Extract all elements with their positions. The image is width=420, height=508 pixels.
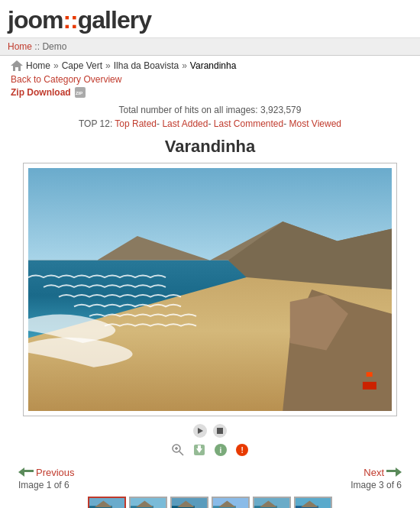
logo: joom::gallery bbox=[8, 6, 412, 34]
prev-arrow-icon bbox=[18, 469, 34, 477]
back-to-category-link[interactable]: Back to Category Overview bbox=[11, 74, 409, 85]
prev-block: Previous Image 1 of 6 bbox=[18, 467, 75, 490]
play-button[interactable] bbox=[193, 424, 207, 438]
next-label: Next bbox=[363, 467, 384, 478]
prev-sub-label: Image 1 of 6 bbox=[18, 480, 75, 490]
most-viewed-link[interactable]: Most Viewed bbox=[289, 118, 341, 129]
nav-row: Previous Image 1 of 6 Next Image 3 of 6 bbox=[11, 467, 409, 490]
breadcrumb: Home » Cape Vert » Ilha da Boavista » Va… bbox=[11, 60, 409, 71]
home-icon bbox=[11, 60, 23, 71]
next-block: Next Image 3 of 6 bbox=[351, 467, 402, 490]
top-links-prefix: TOP 12: bbox=[79, 118, 112, 129]
logo-gallery: gallery bbox=[78, 6, 151, 34]
sep1: » bbox=[53, 60, 59, 71]
nav-demo: Demo bbox=[42, 41, 66, 52]
page-header: joom::gallery bbox=[0, 0, 420, 38]
content-area: Home » Cape Vert » Ilha da Boavista » Va… bbox=[0, 56, 420, 508]
stats-label: Total number of hits on all images: 3,92… bbox=[11, 105, 409, 115]
thumbnail-2[interactable] bbox=[129, 497, 167, 508]
playback-controls bbox=[192, 424, 228, 438]
next-arrow-icon bbox=[386, 469, 402, 477]
breadcrumb-current: Varandinha bbox=[190, 60, 237, 71]
zoom-icon[interactable] bbox=[170, 442, 186, 458]
thumbnail-strip bbox=[11, 497, 409, 508]
thumbnail-3[interactable] bbox=[170, 497, 208, 508]
last-commented-link[interactable]: Last Commented bbox=[214, 118, 283, 129]
thumbnail-4[interactable] bbox=[212, 497, 250, 508]
nav-home[interactable]: Home bbox=[8, 41, 32, 52]
svg-line-4 bbox=[179, 451, 183, 455]
thumbnail-5[interactable] bbox=[253, 497, 291, 508]
breadcrumb-cape-vert[interactable]: Cape Vert bbox=[62, 60, 102, 71]
breadcrumb-home[interactable]: Home bbox=[26, 60, 50, 71]
navbar: Home :: Demo bbox=[0, 38, 420, 56]
sep2: » bbox=[105, 60, 111, 71]
thumbnail-6[interactable] bbox=[294, 497, 332, 508]
info-icon[interactable]: i bbox=[213, 442, 228, 458]
gallery-title: Varandinha bbox=[11, 137, 409, 157]
next-link[interactable]: Next bbox=[351, 467, 402, 478]
svg-text:ZIP: ZIP bbox=[76, 91, 82, 95]
prev-label: Previous bbox=[36, 467, 75, 478]
svg-marker-0 bbox=[11, 60, 23, 71]
top-links-section: TOP 12: Top Rated- Last Added- Last Comm… bbox=[11, 118, 409, 129]
main-image-container bbox=[23, 163, 397, 416]
sep3: » bbox=[182, 60, 187, 71]
image-actions: i ! bbox=[170, 442, 250, 458]
prev-link[interactable]: Previous bbox=[18, 467, 75, 478]
alert-icon[interactable]: ! bbox=[234, 442, 250, 458]
top-rated-link[interactable]: Top Rated bbox=[115, 118, 157, 129]
svg-text:i: i bbox=[220, 446, 222, 455]
zip-download-link[interactable]: Zip Download bbox=[11, 87, 71, 98]
dash2: - bbox=[208, 118, 213, 129]
svg-rect-9 bbox=[198, 445, 201, 449]
logo-joom: joom bbox=[8, 6, 63, 34]
dash3: - bbox=[283, 118, 289, 129]
stop-button[interactable] bbox=[213, 424, 227, 438]
nav-separator: :: bbox=[34, 41, 42, 52]
next-sub-label: Image 3 of 6 bbox=[351, 480, 402, 490]
last-added-link[interactable]: Last Added bbox=[162, 118, 208, 129]
logo-separator: :: bbox=[63, 6, 77, 34]
breadcrumb-ilha[interactable]: Ilha da Boavista bbox=[114, 60, 179, 71]
svg-text:!: ! bbox=[241, 446, 244, 455]
zip-download-section: Zip Download ZIP bbox=[11, 86, 409, 99]
main-image bbox=[28, 168, 392, 411]
zip-icon: ZIP bbox=[74, 86, 86, 99]
thumbnail-1[interactable] bbox=[88, 497, 126, 508]
download-icon[interactable] bbox=[192, 442, 207, 458]
